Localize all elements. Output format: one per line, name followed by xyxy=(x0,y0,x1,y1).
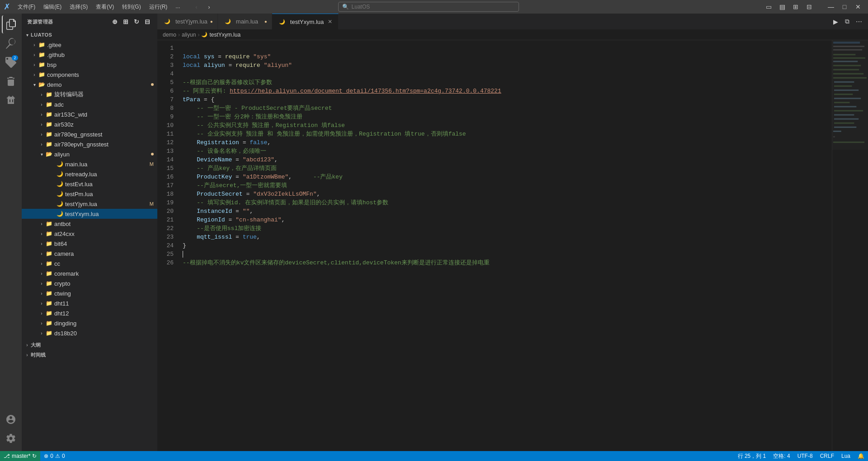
folder-icon: 📁 xyxy=(45,270,52,277)
sidebar-item-netready-lua[interactable]: 🌙 netready.lua xyxy=(22,169,157,179)
line-numbers: 1 2 3 4 5 6 7 8 9 10 11 12 13 14 15 16 1… xyxy=(157,40,179,451)
chevron-right-icon: › xyxy=(38,310,45,317)
layout-button[interactable]: ⊞ xyxy=(789,2,802,12)
close-button[interactable]: ✕ xyxy=(852,2,864,12)
menu-view[interactable]: 查看(V) xyxy=(92,2,118,12)
sidebar-item-camera[interactable]: › 📁 camera xyxy=(22,249,157,259)
sidebar-item-dht11[interactable]: › 📁 dht11 xyxy=(22,298,157,308)
sidebar-item-dht12[interactable]: › 📁 dht12 xyxy=(22,308,157,318)
editor-layout-button[interactable]: ▤ xyxy=(776,2,788,12)
sidebar-label-dht11: dht11 xyxy=(54,300,157,307)
nav-forward-button[interactable]: › xyxy=(203,2,214,12)
sidebar-label-dht12: dht12 xyxy=(54,310,157,317)
sidebar-item-demo[interactable]: ▾ 📂 demo xyxy=(22,80,157,89)
tabs-actions: ▶ ⧉ ⋯ xyxy=(826,16,868,27)
sidebar-item-testyjym-lua[interactable]: 🌙 testYjym.lua M xyxy=(22,199,157,209)
spaces-item[interactable]: 空格: 4 xyxy=(769,451,793,461)
activity-search-button[interactable] xyxy=(2,34,20,52)
menu-run[interactable]: 运行(R) xyxy=(146,2,171,12)
sidebar-label-air153c-wtd: air153C_wtd xyxy=(54,111,157,118)
more-actions-button[interactable]: ⋯ xyxy=(854,16,864,27)
encoding-item[interactable]: UTF-8 xyxy=(794,451,816,461)
sidebar-item-air530z[interactable]: › 📁 air530z xyxy=(22,119,157,129)
sidebar-item-air780epvh-gnsstest[interactable]: › 📁 air780epvh_gnsstest xyxy=(22,139,157,149)
sidebar-item-at24cxx[interactable]: › 📁 at24cxx xyxy=(22,229,157,239)
activity-account-button[interactable] xyxy=(2,410,20,428)
git-branch-item[interactable]: ⎇ master* ↻ xyxy=(0,451,40,461)
activity-git-button[interactable]: 2 xyxy=(2,53,20,71)
sidebar-item-aliyun[interactable]: ▾ 📂 aliyun xyxy=(22,149,157,159)
activity-debug-button[interactable] xyxy=(2,72,20,90)
tab-close-testyxym[interactable]: ✕ xyxy=(326,18,334,25)
maximize-button[interactable]: □ xyxy=(838,2,851,12)
sidebar-item-coremark[interactable]: › 📁 coremark xyxy=(22,268,157,278)
tab-testyjym[interactable]: 🌙 testYjym.lua ● xyxy=(157,14,218,29)
modified-dot xyxy=(151,153,154,155)
menu-goto[interactable]: 转到(G) xyxy=(118,2,144,12)
lua-tab-icon: 🌙 xyxy=(224,18,231,25)
new-file-button[interactable]: ⊕ xyxy=(110,17,119,26)
sidebar-item-antbot[interactable]: › 📁 antbot xyxy=(22,219,157,229)
sidebar-item-ds18b20[interactable]: › 📁 ds18b20 xyxy=(22,328,157,338)
errors-item[interactable]: ⊗ 0 ⚠ 0 xyxy=(40,451,68,461)
activity-settings-button[interactable] xyxy=(2,429,20,447)
sidebar-item-air780eg-gnsstest[interactable]: › 📁 air780eg_gnsstest xyxy=(22,129,157,139)
tab-label-testyjym: testYjym.lua xyxy=(175,18,208,25)
split-editor-button[interactable]: ▭ xyxy=(762,2,775,12)
error-icon: ⊗ xyxy=(44,453,48,459)
refresh-button[interactable]: ↻ xyxy=(132,17,141,26)
breadcrumb-aliyun[interactable]: aliyun xyxy=(182,32,196,38)
sidebar-item-outline[interactable]: › 大纲 xyxy=(22,340,157,350)
sidebar-item-crypto[interactable]: › 📁 crypto xyxy=(22,278,157,288)
language-item[interactable]: Lua xyxy=(838,451,854,461)
activity-extensions-button[interactable] xyxy=(2,91,20,109)
sidebar-item-main-lua[interactable]: 🌙 main.lua M xyxy=(22,159,157,169)
collapse-all-button[interactable]: ⊟ xyxy=(143,17,152,26)
lua-tab-icon: 🌙 xyxy=(164,18,171,25)
sidebar-item-timeline[interactable]: › 时间线 xyxy=(22,350,157,360)
menu-file[interactable]: 文件(F) xyxy=(14,2,39,12)
sidebar-item-testyxym-lua[interactable]: 🌙 testYxym.lua xyxy=(22,209,157,219)
menu-more[interactable]: ... xyxy=(172,2,184,12)
activity-explorer-button[interactable] xyxy=(2,15,20,33)
tab-main[interactable]: 🌙 main.lua ● xyxy=(218,14,272,29)
customize-layout-button[interactable]: ⊟ xyxy=(803,2,816,12)
lua-file-icon: 🌙 xyxy=(56,170,63,178)
sidebar-root-luatos[interactable]: ▾ LUATOS xyxy=(22,30,157,40)
sidebar-item-ctwing[interactable]: › 📁 ctwing xyxy=(22,288,157,298)
tab-testyxym[interactable]: 🌙 testYxym.lua ✕ xyxy=(272,14,339,29)
minimize-button[interactable]: — xyxy=(825,2,837,12)
split-editor-button[interactable]: ⧉ xyxy=(842,16,853,27)
breadcrumb-file[interactable]: 🌙 testYxym.lua xyxy=(201,32,241,38)
code-content[interactable]: local sys = require "sys" local aliyun =… xyxy=(179,40,832,451)
code-editor[interactable]: 1 2 3 4 5 6 7 8 9 10 11 12 13 14 15 16 1… xyxy=(157,40,868,451)
sidebar-item-testevt-lua[interactable]: 🌙 testEvt.lua xyxy=(22,179,157,189)
menu-select[interactable]: 选择(S) xyxy=(66,2,91,12)
sidebar-item-cc[interactable]: › 📁 cc xyxy=(22,259,157,268)
chevron-right-icon: › xyxy=(24,351,31,358)
sidebar-item-gitee[interactable]: › 📁 .gitee xyxy=(22,40,157,50)
tab-modified-dot-main: ● xyxy=(264,19,267,24)
sidebar-item-bit64[interactable]: › 📁 bit64 xyxy=(22,239,157,249)
spaces-label: 空格: 4 xyxy=(773,452,790,460)
spacer xyxy=(49,210,56,217)
sidebar-item-github[interactable]: › 📁 .github xyxy=(22,50,157,60)
search-bar[interactable]: 🔍 xyxy=(338,2,519,12)
sidebar-item-bsp[interactable]: › 📁 bsp xyxy=(22,60,157,70)
new-folder-button[interactable]: ⊞ xyxy=(121,17,130,26)
run-button[interactable]: ▶ xyxy=(830,16,841,27)
sidebar-item-air153c-wtd[interactable]: › 📁 air153C_wtd xyxy=(22,109,157,119)
breadcrumb-demo[interactable]: demo xyxy=(163,32,176,38)
search-input[interactable] xyxy=(352,4,515,10)
sidebar-item-adc[interactable]: › 📁 adc xyxy=(22,99,157,109)
sidebar-item-testpm-lua[interactable]: 🌙 testPm.lua xyxy=(22,189,157,199)
sidebar-label-crypto: crypto xyxy=(54,280,157,287)
menu-edit[interactable]: 编辑(E) xyxy=(40,2,65,12)
notifications-item[interactable]: 🔔 xyxy=(854,451,868,461)
sidebar-item-components[interactable]: › 📁 components xyxy=(22,70,157,80)
sidebar-item-dingding[interactable]: › 📁 dingding xyxy=(22,318,157,328)
sidebar-item-rotary[interactable]: › 📁 旋转编码器 xyxy=(22,89,157,99)
position-item[interactable]: 行 25，列 1 xyxy=(734,451,770,461)
nav-back-button[interactable]: ‹ xyxy=(191,2,202,12)
line-ending-item[interactable]: CRLF xyxy=(816,451,838,461)
